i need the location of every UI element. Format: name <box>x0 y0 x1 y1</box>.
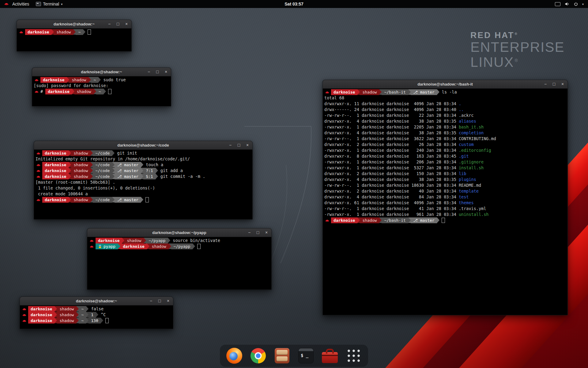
powerline-separator <box>96 312 98 317</box>
terminal-text: drwxrwxr-x. 4 darknoise darknoise 84 Jan… <box>324 194 459 200</box>
powerline-separator <box>357 89 360 95</box>
powerline-separator <box>55 312 57 317</box>
close-button[interactable]: × <box>166 297 170 305</box>
minimize-button[interactable]: − <box>247 228 251 237</box>
terminal-line: -rw-rw-r--. 1 darknoise darknoise 22 Jan… <box>324 113 566 118</box>
redhat-prompt-icon <box>22 318 27 323</box>
close-button[interactable]: × <box>164 68 168 76</box>
maximize-button[interactable]: □ <box>158 297 161 305</box>
terminal-window-sudo[interactable]: darknoise@shadow:~ − □ × darknoiseshadow… <box>32 67 171 106</box>
terminal-line: -rw-rw-r--. 1 darknoise darknoise 41 Jan… <box>324 206 566 212</box>
dock-files[interactable] <box>274 347 290 364</box>
terminal-text: custom <box>459 142 474 148</box>
terminal-content[interactable]: darknoiseshadow~/bash-it⎇ master ls -lat… <box>323 89 567 315</box>
maximize-button[interactable]: □ <box>156 68 159 76</box>
close-button[interactable]: × <box>265 228 268 237</box>
powerline-separator <box>90 162 93 167</box>
window-titlebar[interactable]: darknoise@shadow:~ − □ × <box>32 68 171 76</box>
terminal-text: 1 file changed, 0 insertions(+), 0 delet… <box>36 185 155 191</box>
terminal-text: drwxrwxr-x. 61 darknoise darknoise 4096 … <box>324 200 459 206</box>
terminal-text: test <box>459 194 469 200</box>
redhat-prompt-icon <box>36 174 41 179</box>
chevron-down-icon: ▾ <box>582 2 584 6</box>
powerline-separator <box>169 243 171 249</box>
terminal-line: pyappdarknoiseshadow~/pyapp <box>89 243 270 249</box>
redhat-prompt-icon <box>36 168 41 173</box>
terminal-text: -rwxrwxr-x. 1 darknoise darknoise 2205 J… <box>324 124 459 130</box>
prompt-segment-host: shadow <box>57 318 76 324</box>
dock-toolbox[interactable] <box>322 347 338 364</box>
close-button[interactable]: × <box>125 20 128 28</box>
window-titlebar[interactable]: darknoise@shadow:~/bash-it − □ × <box>323 80 567 89</box>
terminal-text: drwxrwxr-x. 2 darknoise darknoise 150 Ja… <box>324 171 459 177</box>
terminal-text: drwxrwxr-x. 4 darknoise darknoise 38 Jan… <box>324 177 459 182</box>
redhat-logo-icon <box>3 1 10 7</box>
prompt-segment-host: shadow <box>71 162 90 168</box>
prompt-segment-user: darknoise <box>120 243 147 249</box>
minimize-button[interactable]: − <box>228 141 232 149</box>
close-button[interactable]: × <box>561 80 564 88</box>
terminal-window-home-top[interactable]: darknoise@shadow:~ − □ × darknoiseshadow… <box>17 20 132 52</box>
app-menu-terminal[interactable]: Terminal ▾ <box>32 0 66 8</box>
dock-show-apps[interactable] <box>345 347 362 364</box>
terminal-content[interactable]: darknoiseshadow~/pyapp source bin/activa… <box>87 237 271 289</box>
terminal-text: # <box>40 89 45 94</box>
terminal-content[interactable]: darknoiseshadow~ falsedarknoiseshadow~1 … <box>20 305 173 329</box>
powerline-separator <box>90 168 93 173</box>
dock-chrome[interactable] <box>250 347 266 364</box>
maximize-button[interactable]: □ <box>256 228 260 237</box>
dock-terminal[interactable]: $ _ <box>298 347 314 364</box>
window-buttons: − □ × <box>149 297 173 305</box>
terminal-window-exit-codes[interactable]: darknoise@shadow:~ − □ × darknoiseshadow… <box>20 297 173 329</box>
prompt-segment-path: ~/pyapp <box>171 243 193 249</box>
terminal-text: drwxrwxr-x. 2 darknoise darknoise 26 Jan… <box>324 142 459 148</box>
prompt-segment-host: shadow <box>71 174 90 179</box>
clock[interactable]: Sat 03:57 <box>285 2 303 6</box>
powerline-separator <box>193 243 195 249</box>
window-titlebar[interactable]: darknoise@shadow:~/pyapp − □ × <box>87 228 271 237</box>
redhat-prompt-icon <box>89 238 94 243</box>
terminal-line: darknoiseshadow~/code⎇ master <box>36 197 251 203</box>
maximize-button[interactable]: □ <box>116 20 120 28</box>
minimize-button[interactable]: − <box>147 68 151 76</box>
maximize-button[interactable]: □ <box>237 141 241 149</box>
minimize-button[interactable]: − <box>544 80 547 88</box>
terminal-window-pyapp[interactable]: darknoise@shadow:~/pyapp − □ × darknoise… <box>87 228 272 290</box>
close-button[interactable]: × <box>246 141 249 149</box>
chrome-icon <box>251 348 266 363</box>
terminal-line: [master (root-commit) 50bcb63] . <box>36 179 251 185</box>
redhat-prompt-icon <box>36 197 41 202</box>
powerline-separator <box>437 89 439 95</box>
window-titlebar[interactable]: darknoise@shadow:~ − □ × <box>20 297 173 305</box>
terminal-window-code[interactable]: darknoise@shadow:~/code − □ × darknoises… <box>34 141 253 220</box>
window-titlebar[interactable]: darknoise@shadow:~/code − □ × <box>34 141 252 150</box>
dock-firefox[interactable] <box>226 347 243 364</box>
powerline-separator <box>156 168 158 173</box>
terminal-text: touch a <box>143 162 163 168</box>
prompt-segment-path: ~ <box>79 312 86 318</box>
terminal-content[interactable]: darknoiseshadow~/code git initInitialize… <box>34 150 252 219</box>
system-status-area[interactable]: ▾ <box>555 0 588 8</box>
terminal-text: git commit -a -m . <box>158 174 205 179</box>
powerline-separator <box>101 318 103 323</box>
powerline-separator <box>72 89 74 94</box>
terminal-content[interactable]: darknoiseshadow~ <box>17 29 131 51</box>
window-buttons: − □ × <box>228 141 252 149</box>
terminal-text: ls -la <box>439 89 457 95</box>
prompt-segment-user: darknoise <box>331 89 357 95</box>
terminal-window-bash-it[interactable]: darknoise@shadow:~/bash-it − □ × darknoi… <box>322 80 568 315</box>
terminal-line: drwx------. 24 darknoise darknoise 4096 … <box>324 107 566 113</box>
powerline-separator <box>98 77 101 82</box>
minimize-button[interactable]: − <box>107 20 111 28</box>
terminal-line: drwxrwxr-x. 4 darknoise darknoise 38 Jan… <box>324 177 566 182</box>
terminal-line: -rw-rw-r--. 1 darknoise darknoise 3622 J… <box>324 136 566 142</box>
powerline-separator <box>69 168 71 173</box>
maximize-button[interactable]: □ <box>552 80 556 88</box>
powerline-separator <box>147 243 149 249</box>
activities-button[interactable]: Activities <box>0 0 32 8</box>
minimize-button[interactable]: − <box>149 297 153 305</box>
window-titlebar[interactable]: darknoise@shadow:~ − □ × <box>17 20 131 29</box>
powerline-separator <box>76 318 79 323</box>
terminal-content[interactable]: darknoiseshadow~ sudo true[sudo] passwor… <box>32 76 171 106</box>
terminal-cursor <box>105 318 109 323</box>
